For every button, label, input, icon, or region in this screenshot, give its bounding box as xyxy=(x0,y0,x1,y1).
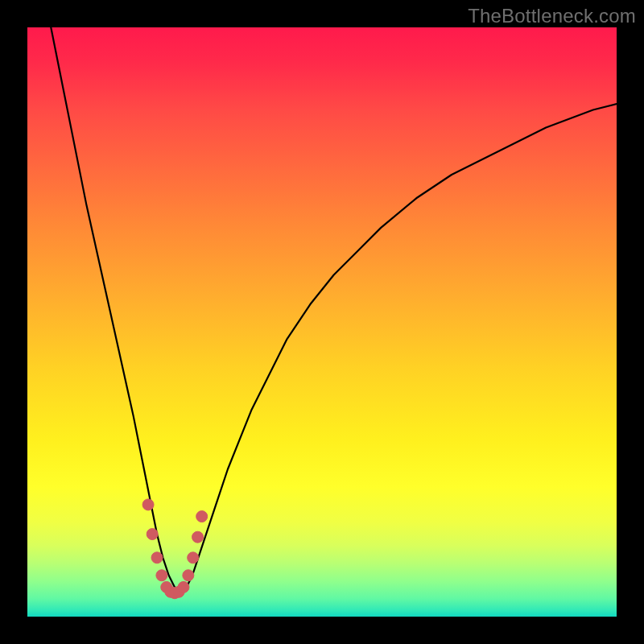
trough-marker xyxy=(178,581,189,592)
trough-marker xyxy=(147,529,158,540)
trough-marker xyxy=(196,511,208,522)
bottleneck-curve xyxy=(51,27,617,593)
watermark-label: TheBottleneck.com xyxy=(468,5,636,27)
trough-marker xyxy=(188,552,199,564)
trough-marker xyxy=(192,531,204,543)
trough-marker xyxy=(151,552,163,564)
trough-marker xyxy=(142,499,154,510)
trough-marker xyxy=(183,570,194,581)
trough-marker xyxy=(156,570,167,581)
bottleneck-chart-svg xyxy=(27,27,617,617)
curve-group xyxy=(51,27,617,593)
chart-frame: TheBottleneck.com xyxy=(0,0,644,644)
plot-area xyxy=(27,27,617,617)
